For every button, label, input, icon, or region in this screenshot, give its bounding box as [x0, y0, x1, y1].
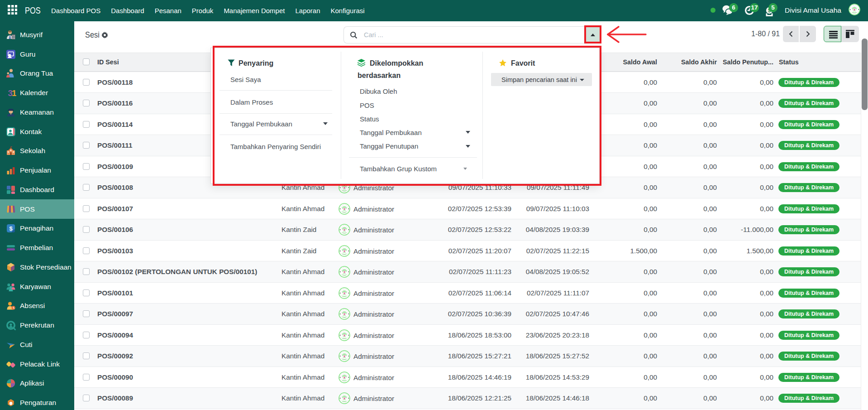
- svg-text:M: M: [344, 187, 345, 189]
- svg-text:M: M: [854, 9, 855, 11]
- svg-text:M: M: [344, 376, 345, 378]
- svg-text:$: $: [9, 225, 13, 232]
- svg-text:M: M: [344, 271, 345, 273]
- svg-text:M: M: [344, 314, 345, 315]
- svg-text:M: M: [344, 250, 345, 252]
- svg-text:M: M: [344, 229, 345, 231]
- svg-text:M: M: [344, 334, 345, 336]
- svg-text:M: M: [344, 208, 345, 210]
- svg-text:1: 1: [12, 88, 16, 98]
- svg-text:M: M: [344, 398, 345, 400]
- svg-text:M: M: [344, 292, 345, 294]
- svg-text:M: M: [344, 356, 345, 357]
